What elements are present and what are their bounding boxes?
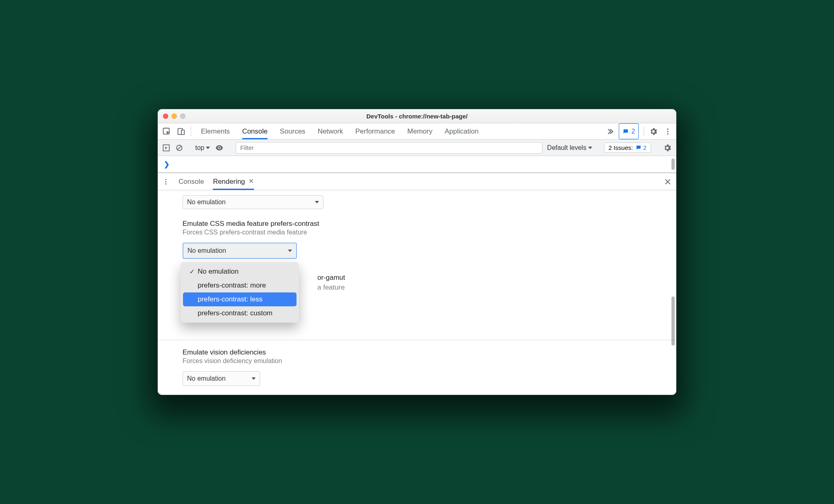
titlebar: DevTools - chrome://new-tab-page/: [158, 109, 676, 123]
settings-gear-icon[interactable]: [649, 127, 658, 136]
issues-chip-count: 2: [643, 144, 647, 151]
kebab-menu-icon[interactable]: [664, 127, 672, 136]
prefers-contrast-hint: Forces CSS prefers-contrast media featur…: [183, 229, 651, 236]
main-tab-network[interactable]: Network: [318, 123, 343, 139]
close-window-button[interactable]: [163, 114, 168, 119]
vision-deficiencies-select[interactable]: No emulation: [183, 371, 260, 386]
live-expression-icon[interactable]: [215, 143, 224, 152]
main-tab-memory[interactable]: Memory: [407, 123, 432, 139]
context-selector[interactable]: top: [195, 144, 210, 152]
dropdown-option[interactable]: prefers-contrast: custom: [183, 306, 297, 320]
console-body[interactable]: ❯: [158, 156, 676, 173]
vision-deficiencies-hint: Forces vision deficiency emulation: [183, 357, 651, 365]
prefers-contrast-select[interactable]: No emulation: [183, 243, 297, 259]
svg-line-8: [178, 146, 181, 149]
main-tabstrip: ElementsConsoleSourcesNetworkPerformance…: [158, 123, 676, 140]
svg-rect-2: [181, 130, 184, 134]
run-script-icon[interactable]: [162, 144, 170, 152]
dropdown-option-label: prefers-contrast: more: [198, 281, 266, 290]
fullscreen-window-button[interactable]: [180, 114, 185, 119]
console-prompt-icon: ❯: [164, 160, 169, 169]
prev-section-select[interactable]: No emulation: [183, 195, 323, 209]
main-tab-performance[interactable]: Performance: [355, 123, 395, 139]
window-title: DevTools - chrome://new-tab-page/: [158, 113, 676, 120]
traffic-lights: [163, 114, 185, 119]
main-tab-console[interactable]: Console: [242, 123, 268, 139]
levels-label: Default levels: [547, 144, 586, 152]
svg-point-4: [667, 131, 668, 132]
drawer-close-icon[interactable]: [664, 173, 672, 190]
dropdown-option[interactable]: ✓No emulation: [183, 265, 297, 279]
svg-point-3: [667, 128, 668, 129]
section-prefers-contrast: Emulate CSS media feature prefers-contra…: [183, 220, 651, 259]
issues-chip-label: 2 Issues:: [609, 144, 633, 151]
svg-point-11: [165, 183, 167, 184]
prev-section-select-value: No emulation: [187, 198, 225, 206]
main-tab-sources[interactable]: Sources: [280, 123, 305, 139]
devtools-window: DevTools - chrome://new-tab-page/: [158, 109, 676, 395]
filter-input[interactable]: [236, 142, 542, 154]
device-toolbar-icon[interactable]: [177, 127, 186, 136]
svg-rect-0: [163, 128, 169, 134]
checkmark-icon: ✓: [188, 268, 196, 275]
dropdown-option[interactable]: prefers-contrast: more: [183, 279, 297, 292]
svg-point-10: [165, 181, 167, 182]
dropdown-option-label: No emulation: [198, 268, 239, 276]
drawer-kebab-icon[interactable]: [162, 178, 169, 185]
section-vision-deficiencies: Emulate vision deficiencies Forces visio…: [183, 348, 651, 386]
context-label: top: [195, 144, 204, 152]
main-tab-application[interactable]: Application: [445, 123, 479, 139]
more-tabs-icon[interactable]: [606, 123, 614, 139]
inspect-element-icon[interactable]: [162, 127, 171, 136]
main-tab-elements[interactable]: Elements: [201, 123, 230, 139]
drawer-tab-console[interactable]: Console: [178, 173, 204, 190]
color-gamut-hint-partial: a feature: [317, 283, 345, 292]
drawer-tab-rendering[interactable]: Rendering: [213, 173, 254, 190]
svg-point-5: [667, 133, 668, 134]
svg-point-9: [165, 179, 167, 180]
dropdown-option-label: prefers-contrast: custom: [198, 309, 272, 317]
clear-console-icon[interactable]: [175, 144, 183, 152]
drawer-tabstrip: ConsoleRendering: [158, 173, 676, 190]
console-filterbar: top Default levels 2 Issues: 2: [158, 140, 676, 156]
pane-scrollbar[interactable]: [671, 297, 675, 346]
minimize-window-button[interactable]: [172, 114, 177, 119]
dropdown-option[interactable]: prefers-contrast: less: [183, 292, 297, 306]
color-gamut-heading-partial: or-gamut: [317, 274, 345, 282]
console-settings-gear-icon[interactable]: [663, 143, 672, 152]
prefers-contrast-heading: Emulate CSS media feature prefers-contra…: [183, 220, 651, 228]
issues-badge-count: 2: [631, 128, 635, 135]
prefers-contrast-dropdown: ✓No emulationprefers-contrast: moreprefe…: [181, 262, 299, 323]
console-scrollbar[interactable]: [671, 158, 675, 170]
issues-chip[interactable]: 2 Issues: 2: [604, 143, 651, 153]
levels-selector[interactable]: Default levels: [547, 144, 592, 152]
rendering-pane: No emulation Emulate CSS media feature p…: [158, 190, 676, 395]
issues-badge[interactable]: 2: [619, 123, 639, 139]
tab-close-icon[interactable]: [248, 178, 254, 186]
drawer-tab-label: Rendering: [213, 178, 245, 186]
dropdown-option-label: prefers-contrast: less: [198, 295, 263, 303]
drawer-tab-label: Console: [178, 178, 204, 186]
prefers-contrast-select-value: No emulation: [187, 247, 226, 254]
vision-deficiencies-heading: Emulate vision deficiencies: [183, 348, 651, 357]
vision-deficiencies-select-value: No emulation: [187, 375, 225, 382]
